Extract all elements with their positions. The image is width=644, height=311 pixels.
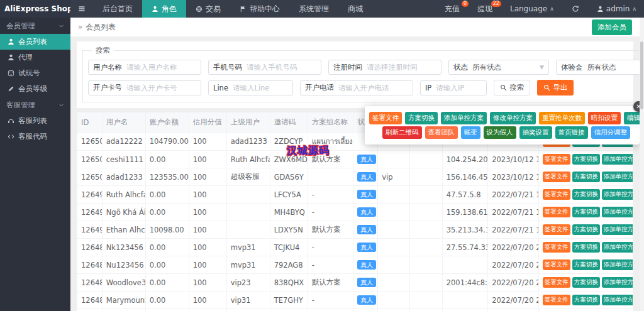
popup-action-button[interactable]: 重置抢单次数 [539,112,585,124]
popup-action-button[interactable]: 编辑 [624,112,640,124]
withdraw-link[interactable]: 提现 22 [470,0,500,18]
row-action-button[interactable]: 添加单控方案 [602,277,633,288]
row-action-button[interactable]: 方案切换 [572,189,600,200]
popup-action-button[interactable]: 签署文件 [369,112,402,124]
row-action-button[interactable]: 方案切换 [572,295,600,305]
popup-action-button[interactable]: 刷新二维码 [382,126,422,139]
ip-input[interactable] [436,84,486,92]
row-action-button[interactable]: 签署文件 [543,172,570,182]
popup-action-button[interactable]: 信用分调整 [591,126,631,139]
cell-ip: 27.55.74.33 [442,239,487,256]
row-action-button[interactable]: 添加单控方案 [602,207,633,217]
popup-action-button[interactable]: 设为假人 [484,126,516,139]
language-menu[interactable]: Language ∧ [502,0,562,18]
line-input[interactable] [233,84,292,92]
row-action-button[interactable]: 签署文件 [543,154,570,165]
sidebar-item-trial-account[interactable]: 试玩号 [0,65,70,81]
popup-action-button[interactable]: 添加单控方案 [441,112,487,124]
close-icon[interactable]: ✕ [633,101,640,112]
refresh-button[interactable] [564,0,587,18]
row-action-button[interactable]: 签署文件 [543,224,570,235]
cell-member-level: vip [378,168,410,186]
regtime-field-group: 注册时间 [328,60,441,75]
sidebar-item-agent[interactable]: 代理 [0,50,70,65]
sidebar-section-member-management[interactable]: 会员管理 [0,18,70,34]
breadcrumb: 会员列表 [86,22,116,33]
regtime-label: 注册时间 [329,63,367,72]
user-menu[interactable]: admin ∧ [589,0,644,18]
popup-action-button[interactable]: 查看团队 [425,126,458,139]
row-action-button[interactable]: 添加单控方案 [602,224,633,235]
nav-item-home[interactable]: 后台首页 [93,0,142,18]
nav-label: 后台首页 [103,4,133,14]
add-member-button[interactable]: 添加会员 [592,19,632,35]
row-action-button[interactable]: 方案切换 [572,207,600,217]
trial-bonus-select-group[interactable]: 体验金 所有状态 ▼ [556,60,640,75]
row-action-button[interactable]: 签署文件 [543,189,570,200]
popup-action-button[interactable]: 修改单控方案 [490,112,536,124]
cell-balance: 0.00 [145,309,189,311]
account-phone-label: 开户电话 [301,83,338,92]
row-action-button[interactable]: 方案切换 [572,242,600,253]
nav-item-system[interactable]: 系统管理 [289,0,338,18]
sidebar-section-service-management[interactable]: 客服管理 [0,97,70,113]
username-input[interactable] [126,63,201,72]
nav-item-role[interactable]: 角色 [142,0,186,18]
cell-plan-group [308,168,353,186]
popup-action-button[interactable]: 抽奖设置 [519,126,552,139]
popup-action-button[interactable]: 暗扣设置 [588,112,621,124]
row-action-button[interactable]: 签署文件 [543,207,570,217]
row-action-button[interactable]: 方案切换 [572,154,600,165]
sidebar-item-service-code[interactable]: 客服代码 [0,129,70,145]
row-action-button[interactable]: 方案切换 [572,277,600,288]
row-action-button[interactable]: 添加单控方案 [602,172,633,182]
card-number-input[interactable] [126,84,201,92]
phone-input[interactable] [247,63,321,72]
row-action-button[interactable]: 方案切换 [572,172,600,182]
cell-id: 126483 [77,309,103,311]
row-action-button[interactable]: 添加单控方案 [602,154,633,165]
row-action-button[interactable]: 方案切换 [572,224,600,235]
search-button[interactable]: 搜索 [494,80,530,95]
pencil-icon [8,85,14,92]
popup-action-button[interactable]: 账变 [461,126,480,139]
nav-item-mall[interactable]: 商城 [338,0,372,18]
scrollbar-thumb[interactable] [640,41,643,109]
row-action-button[interactable]: 签署文件 [543,295,570,305]
table-row: 126486 Nu123456 0.00 100 mvp31 792AG8 - … [77,256,633,274]
export-button[interactable]: 导出 [537,80,574,95]
sidebar-item-member-level[interactable]: 会员等级 [0,81,70,97]
popup-action-button[interactable]: 首页链接 [555,126,588,139]
regtime-input[interactable] [367,63,441,72]
nav-item-help[interactable]: 帮助中心 [230,0,289,18]
cell-id: 126498 [77,204,103,221]
sidebar-item-label: 代理 [18,53,33,62]
nav-item-trade[interactable]: 交易 [186,0,230,18]
sidebar-item-service-list[interactable]: 客服列表 [0,113,70,129]
row-action-button[interactable]: 方案切换 [572,259,600,270]
table-row: 126499 Ruth Alhcfah... 0.00 100 LFCY5A -… [77,186,633,204]
hamburger-menu-icon[interactable] [70,0,93,18]
sidebar-item-label: 会员等级 [18,84,47,94]
status-select-group[interactable]: 状态 所有状态 ▼ [448,60,549,75]
cell-id: 126487 [77,239,103,256]
cell-actions: 签署文件方案切换添加单控方案 ... [538,221,633,239]
account-phone-input[interactable] [338,84,413,92]
cell-actions: 签署文件方案切换添加单控方案 ... [538,292,633,309]
table-row: 126497 Ethan Alhcdh... 10098.00 100 LDXY… [77,221,633,239]
cell-reg-time: 2022/07/20 21:53 [488,292,538,309]
row-action-button[interactable]: 添加单控方案 [602,189,633,200]
sidebar-item-member-list[interactable]: 会员列表 [0,34,70,50]
row-action-button[interactable]: 添加单控方案 [602,295,633,305]
recharge-link[interactable]: 充值 0 [437,0,467,18]
row-action-button[interactable]: 签署文件 [543,242,570,253]
cell-parent-user: vip31 [226,292,270,309]
cell-parent-user: vip23 [226,274,270,292]
row-action-button[interactable]: 签署文件 [543,277,570,288]
cell-balance: 104790.00 [145,133,189,151]
row-action-button[interactable]: 签署文件 [543,259,570,270]
section-label: 会员管理 [6,21,35,31]
row-action-button[interactable]: 添加单控方案 [602,242,633,253]
popup-action-button[interactable]: 方案切换 [405,112,438,124]
row-action-button[interactable]: 添加单控方案 [602,259,633,270]
